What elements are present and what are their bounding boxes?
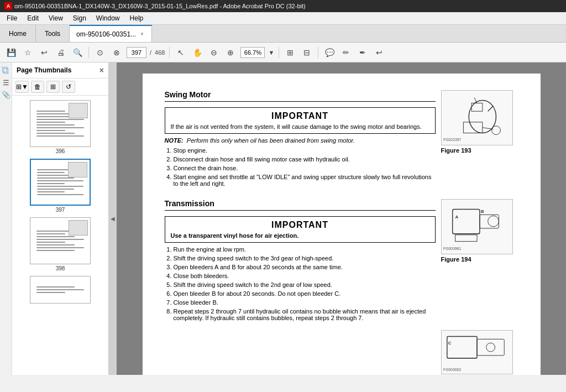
tab-doc-label: om-950106-00351... bbox=[76, 30, 136, 38]
menu-file[interactable]: File bbox=[2, 13, 22, 23]
sidebar-close-button[interactable]: × bbox=[99, 66, 104, 75]
stamp-button[interactable]: ↩ bbox=[373, 46, 386, 59]
print-button[interactable]: 🖨 bbox=[54, 46, 67, 59]
sep2 bbox=[169, 47, 170, 58]
two-page-button[interactable]: ⊟ bbox=[300, 46, 313, 59]
sidebar-layout-button[interactable]: ⊞▼ bbox=[15, 81, 29, 93]
step-item: Stop engine. bbox=[174, 147, 436, 154]
page-total: 468 bbox=[155, 49, 165, 56]
svg-text:FG003002: FG003002 bbox=[443, 368, 461, 372]
thumb-label-397: 397 bbox=[56, 207, 65, 213]
figure-194-image: A B FG003981 bbox=[441, 199, 513, 254]
svg-text:A: A bbox=[455, 215, 458, 219]
swing-motor-figure-area: FG022397 Figure 193 bbox=[441, 90, 518, 190]
title-text: om-950106-00351BNA-1_DX140W-3_DX160W-3_2… bbox=[14, 3, 306, 9]
tab-tools[interactable]: Tools bbox=[36, 25, 70, 42]
zoom-in2-button[interactable]: ⊕ bbox=[224, 46, 237, 59]
tab-home[interactable]: Home bbox=[0, 25, 36, 42]
swing-motor-important-title: IMPORTANT bbox=[171, 111, 429, 121]
thumb-img-396 bbox=[30, 100, 91, 147]
step-item: Run the engine at low rpm. bbox=[174, 246, 436, 253]
prev-page-button[interactable]: ⊙ bbox=[93, 46, 107, 59]
hand-tool-button[interactable]: ✋ bbox=[191, 46, 204, 59]
pdf-area[interactable]: Swing Motor IMPORTANT If the air is not … bbox=[117, 62, 566, 375]
figure-194-label: Figure 194 bbox=[441, 256, 471, 263]
comment-button[interactable]: 💬 bbox=[323, 46, 336, 59]
thumbnail-397[interactable]: 397 bbox=[30, 159, 91, 213]
menu-window[interactable]: Window bbox=[92, 13, 124, 23]
bottom-text-area bbox=[165, 330, 436, 374]
transmission-important-text: Use a transparent vinyl hose for air eje… bbox=[171, 232, 429, 239]
sidebar-title: Page Thumbnails bbox=[17, 66, 71, 74]
nav-copy-icon[interactable]: ⿻ bbox=[1, 65, 12, 76]
save-button[interactable]: 💾 bbox=[4, 46, 18, 59]
left-nav: ⿻ ☰ 📎 bbox=[0, 62, 12, 375]
svg-text:FG003981: FG003981 bbox=[443, 247, 461, 250]
menu-bar: File Edit View Sign Window Help bbox=[0, 12, 566, 25]
thumbnail-399[interactable] bbox=[30, 276, 91, 304]
swing-motor-title: Swing Motor bbox=[165, 90, 436, 99]
bookmark-button[interactable]: ☆ bbox=[21, 46, 34, 59]
figure-bottom-image: C FG003002 bbox=[441, 330, 513, 374]
step-item: Open bleeders A and B for about 20 secon… bbox=[174, 264, 436, 270]
sep3 bbox=[279, 47, 279, 58]
page-sep: / bbox=[150, 49, 151, 56]
menu-sign[interactable]: Sign bbox=[69, 13, 91, 23]
transmission-divider bbox=[165, 210, 436, 211]
menu-edit[interactable]: Edit bbox=[23, 13, 43, 23]
sidebar-rotate-button[interactable]: ↺ bbox=[62, 81, 75, 93]
highlight-button[interactable]: ✏ bbox=[339, 46, 353, 59]
select-tool-button[interactable]: ↖ bbox=[174, 46, 187, 59]
sidebar-collapse-button[interactable]: ◀ bbox=[109, 62, 117, 375]
menu-help[interactable]: Help bbox=[125, 13, 148, 23]
svg-text:FG022397: FG022397 bbox=[443, 138, 461, 142]
swing-motor-steps: Stop engine. Disconnect drain hose and f… bbox=[174, 147, 436, 187]
sep1 bbox=[88, 47, 89, 58]
tab-doc[interactable]: om-950106-00351... × bbox=[70, 25, 152, 42]
thumb-label-398: 398 bbox=[56, 265, 65, 271]
nav-attachment-icon[interactable]: 📎 bbox=[1, 89, 12, 100]
thumbnail-396[interactable]: 396 bbox=[30, 100, 91, 154]
thumb-img-399 bbox=[30, 276, 91, 304]
zoom-dropdown[interactable]: ▼ bbox=[268, 49, 274, 56]
svg-rect-0 bbox=[442, 92, 512, 144]
menu-view[interactable]: View bbox=[44, 13, 67, 23]
app-icon: A bbox=[4, 2, 12, 10]
thumbnail-398[interactable]: 398 bbox=[30, 217, 91, 271]
swing-motor-section: Swing Motor IMPORTANT If the air is not … bbox=[165, 90, 518, 190]
step-item: Shift the driving speed switch to the 3r… bbox=[174, 255, 436, 262]
tab-close-button[interactable]: × bbox=[139, 31, 145, 37]
step-item: Close both bleeders. bbox=[174, 273, 436, 279]
thumb-img-398 bbox=[30, 217, 91, 264]
transmission-content: Transmission IMPORTANT Use a transparent… bbox=[165, 199, 436, 325]
bottom-figure-area: C FG003002 bbox=[441, 330, 518, 374]
transmission-title: Transmission bbox=[165, 199, 436, 208]
sidebar: Page Thumbnails × ⊞▼ 🗑 ⊞ ↺ bbox=[12, 62, 109, 375]
nav-bookmark-icon[interactable]: ☰ bbox=[1, 77, 12, 88]
figure-193-label: Figure 193 bbox=[441, 147, 471, 154]
swing-motor-note: NOTE: Perform this only when oil has bee… bbox=[165, 137, 436, 144]
bottom-figures: C FG003002 bbox=[165, 330, 518, 374]
back-button[interactable]: ↩ bbox=[38, 46, 51, 59]
sidebar-delete-button[interactable]: 🗑 bbox=[31, 81, 44, 93]
step-item: Shift the driving speed switch to the 2n… bbox=[174, 281, 436, 288]
svg-text:B: B bbox=[480, 209, 484, 214]
zoom-out-button[interactable]: ⊖ bbox=[207, 46, 221, 59]
zoom-in-button[interactable]: 🔍 bbox=[71, 46, 84, 59]
transmission-important-title: IMPORTANT bbox=[171, 220, 429, 230]
thumb-label-396: 396 bbox=[56, 148, 65, 154]
transmission-steps: Run the engine at low rpm. Shift the dri… bbox=[174, 246, 436, 321]
main-area: ⿻ ☰ 📎 Page Thumbnails × ⊞▼ 🗑 ⊞ ↺ bbox=[0, 62, 566, 375]
swing-motor-important-box: IMPORTANT If the air is not vented from … bbox=[165, 107, 436, 134]
step-item: Start engine and set throttle at "LOW ID… bbox=[174, 174, 436, 187]
draw-button[interactable]: ✒ bbox=[356, 46, 369, 59]
page-input[interactable] bbox=[127, 47, 146, 58]
step-item: Open bleeder B for about 20 seconds. Do … bbox=[174, 290, 436, 297]
thumbnail-list[interactable]: 396 bbox=[12, 96, 108, 375]
sidebar-insert-button[interactable]: ⊞ bbox=[46, 81, 60, 93]
title-bar: A om-950106-00351BNA-1_DX140W-3_DX160W-3… bbox=[0, 0, 566, 12]
fit-page-button[interactable]: ⊞ bbox=[284, 46, 297, 59]
sep4 bbox=[318, 47, 318, 58]
next-page-button[interactable]: ⊗ bbox=[110, 46, 123, 59]
zoom-input[interactable] bbox=[240, 47, 265, 58]
